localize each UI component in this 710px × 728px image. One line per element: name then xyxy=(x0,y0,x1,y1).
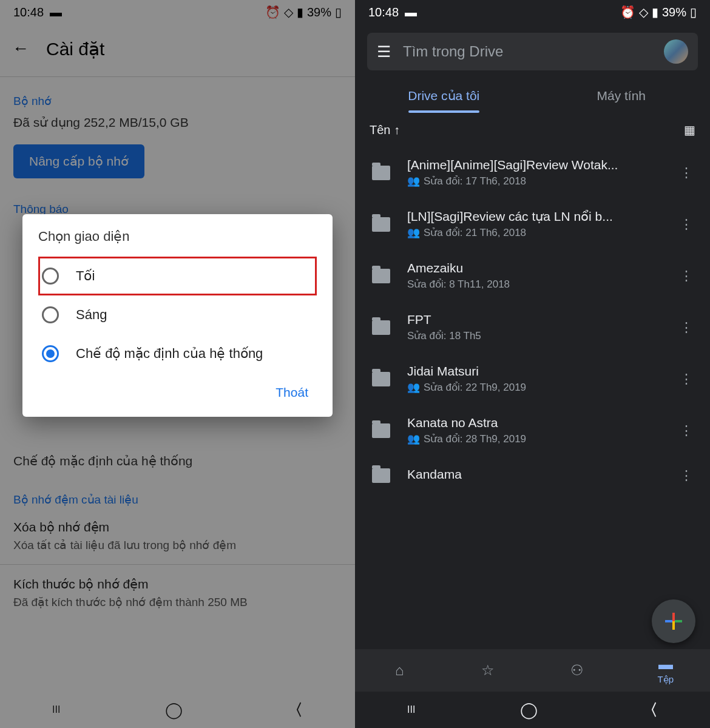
sort-button[interactable]: Tên ↑ xyxy=(370,123,400,137)
file-meta: 👥Sửa đổi: 22 Th9, 2019 xyxy=(407,381,663,394)
avatar[interactable] xyxy=(664,39,688,64)
file-meta: 👥Sửa đổi: 17 Th6, 2018 xyxy=(407,175,663,187)
star-icon: ☆ xyxy=(481,662,495,679)
view-grid-icon[interactable]: ▦ xyxy=(684,123,695,137)
folder-icon xyxy=(372,217,390,232)
menu-icon[interactable]: ☰ xyxy=(377,42,391,61)
folder-icon: ▬ xyxy=(658,656,673,673)
file-row[interactable]: Amezaiku Sửa đổi: 8 Th11, 2018 ⋮ xyxy=(360,250,705,302)
file-row[interactable]: Kandama ⋮ xyxy=(360,456,705,495)
radio-icon xyxy=(42,306,59,323)
recents-icon[interactable]: III xyxy=(52,704,60,715)
shared-icon: 👥 xyxy=(407,433,420,445)
file-row[interactable]: [LN][Sagi]Review các tựa LN nổi b... 👥Sử… xyxy=(360,198,705,250)
signal-icon: ▮ xyxy=(652,5,658,19)
fab-add-button[interactable] xyxy=(652,599,695,643)
dialog-title: Chọn giao diện xyxy=(38,229,317,244)
shared-icon: 👥 xyxy=(407,226,420,239)
nav-shared[interactable]: ⚇ xyxy=(533,649,621,692)
file-meta: 👥Sửa đổi: 21 Th6, 2018 xyxy=(407,226,663,239)
home-icon[interactable]: ◯ xyxy=(165,701,183,720)
more-icon[interactable]: ⋮ xyxy=(675,371,698,387)
folder-icon xyxy=(372,423,390,438)
theme-option-light[interactable]: Sáng xyxy=(38,295,317,334)
file-name: [Anime][Anime][Sagi]Review Wotak... xyxy=(407,158,663,172)
file-row[interactable]: Jidai Matsuri 👥Sửa đổi: 22 Th9, 2019 ⋮ xyxy=(360,353,705,405)
file-name: Kandama xyxy=(407,467,663,482)
more-icon[interactable]: ⋮ xyxy=(675,268,698,284)
file-meta: Sửa đổi: 8 Th11, 2018 xyxy=(407,278,663,291)
clock: 10:48 xyxy=(368,5,399,19)
folder-icon xyxy=(372,166,390,180)
search-placeholder: Tìm trong Drive xyxy=(403,43,652,60)
more-icon[interactable]: ⋮ xyxy=(675,320,698,335)
file-name: Jidai Matsuri xyxy=(407,364,663,379)
file-meta: Sửa đổi: 18 Th5 xyxy=(407,329,663,342)
nav-starred[interactable]: ☆ xyxy=(444,649,532,692)
file-name: Kanata no Astra xyxy=(407,416,663,430)
battery: 39% xyxy=(662,5,686,19)
folder-icon xyxy=(372,372,390,386)
file-row[interactable]: Kanata no Astra 👥Sửa đổi: 28 Th9, 2019 ⋮ xyxy=(360,405,705,456)
nav-home[interactable]: ⌂ xyxy=(355,649,444,692)
theme-option-system[interactable]: Chế độ mặc định của hệ thống xyxy=(38,334,317,373)
nav-files[interactable]: ▬Tệp xyxy=(621,649,710,692)
battery-icon: ▯ xyxy=(690,5,697,19)
notification-icon: ▬ xyxy=(405,5,417,19)
recents-icon[interactable]: III xyxy=(407,704,415,715)
people-icon: ⚇ xyxy=(570,662,584,679)
more-icon[interactable]: ⋮ xyxy=(675,468,698,484)
more-icon[interactable]: ⋮ xyxy=(675,165,698,181)
file-name: [LN][Sagi]Review các tựa LN nổi b... xyxy=(407,209,663,224)
file-row[interactable]: [Anime][Anime][Sagi]Review Wotak... 👥Sửa… xyxy=(360,147,705,198)
folder-icon xyxy=(372,320,390,335)
wifi-icon: ◇ xyxy=(639,5,648,19)
file-meta: 👥Sửa đổi: 28 Th9, 2019 xyxy=(407,433,663,445)
file-name: Amezaiku xyxy=(407,261,663,275)
more-icon[interactable]: ⋮ xyxy=(675,217,698,232)
home-icon: ⌂ xyxy=(395,662,404,679)
theme-option-dark[interactable]: Tối xyxy=(38,257,317,295)
tab-my-drive[interactable]: Drive của tôi xyxy=(355,79,533,113)
file-name: FPT xyxy=(407,312,663,327)
folder-icon xyxy=(372,468,390,483)
theme-dialog: Chọn giao diện Tối Sáng Chế độ mặc định … xyxy=(22,214,333,417)
status-bar: 10:48▬ ⏰◇▮39%▯ xyxy=(355,0,710,24)
radio-icon xyxy=(42,268,59,285)
file-row[interactable]: FPT Sửa đổi: 18 Th5 ⋮ xyxy=(360,302,705,353)
radio-icon xyxy=(42,345,59,362)
shared-icon: 👥 xyxy=(407,381,420,394)
search-bar[interactable]: ☰ Tìm trong Drive xyxy=(367,33,698,70)
home-icon[interactable]: ◯ xyxy=(520,701,538,720)
alarm-icon: ⏰ xyxy=(620,5,635,19)
tab-computers[interactable]: Máy tính xyxy=(533,79,711,113)
plus-icon xyxy=(665,613,682,630)
back-nav-icon[interactable]: 〈 xyxy=(642,699,658,721)
more-icon[interactable]: ⋮ xyxy=(675,423,698,439)
shared-icon: 👥 xyxy=(407,175,420,187)
back-nav-icon[interactable]: 〈 xyxy=(287,699,303,721)
dialog-exit-button[interactable]: Thoát xyxy=(267,379,317,406)
folder-icon xyxy=(372,269,390,283)
